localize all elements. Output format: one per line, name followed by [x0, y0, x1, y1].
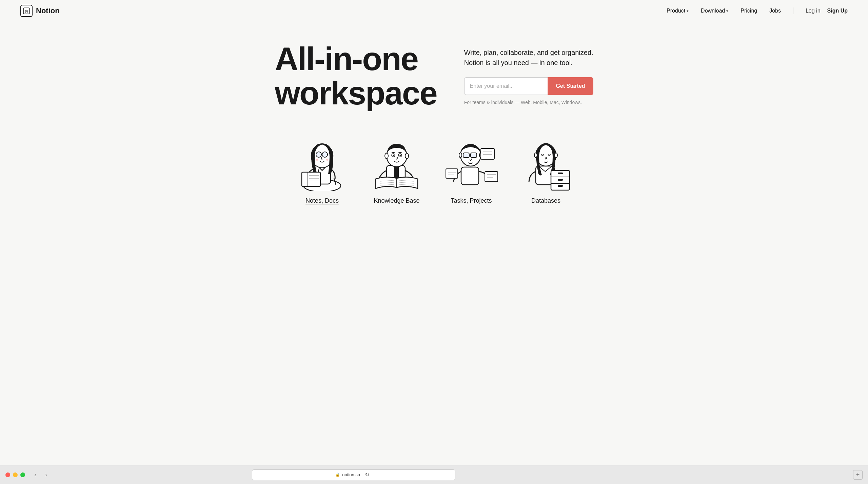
- maximize-button[interactable]: [20, 472, 25, 477]
- nav-pricing[interactable]: Pricing: [741, 8, 757, 14]
- feature-notes-docs[interactable]: Notes, Docs: [285, 131, 359, 204]
- navbar: N Notion Product ▾ Download ▾ Pricing Jo…: [0, 0, 868, 22]
- close-button[interactable]: [5, 472, 10, 477]
- svg-point-22: [385, 153, 388, 159]
- databases-illustration: [515, 131, 576, 192]
- svg-point-23: [405, 153, 409, 159]
- new-tab-button[interactable]: +: [853, 470, 863, 480]
- svg-rect-35: [461, 167, 479, 185]
- feature-label-tasks-projects: Tasks, Projects: [451, 197, 492, 204]
- signup-link[interactable]: Sign Up: [827, 8, 848, 14]
- feature-knowledge-base[interactable]: Knowledge Base: [359, 131, 434, 204]
- svg-rect-42: [481, 148, 494, 159]
- lock-icon: 🔒: [335, 472, 340, 477]
- svg-point-8: [322, 152, 328, 157]
- svg-text:N: N: [25, 8, 28, 14]
- url-text: notion.so: [342, 472, 360, 477]
- hero-cta-form: Get Started: [464, 77, 593, 95]
- svg-point-53: [534, 153, 537, 158]
- reload-button[interactable]: ↻: [362, 470, 372, 480]
- chevron-down-icon: ▾: [726, 9, 728, 13]
- hero-caption: For teams & individuals — Web, Mobile, M…: [464, 100, 593, 105]
- knowledge-base-illustration: [366, 131, 427, 192]
- get-started-button[interactable]: Get Started: [548, 77, 593, 95]
- traffic-lights: [5, 472, 25, 477]
- nav-jobs[interactable]: Jobs: [769, 8, 781, 14]
- svg-rect-58: [558, 173, 563, 174]
- svg-point-7: [316, 152, 321, 157]
- email-input[interactable]: [464, 77, 548, 95]
- svg-point-40: [459, 153, 462, 158]
- feature-label-knowledge-base: Knowledge Base: [374, 197, 419, 204]
- nav-divider: [793, 7, 793, 14]
- tasks-projects-illustration: [441, 131, 502, 192]
- brand-name: Notion: [36, 6, 60, 15]
- nav-auth: Log in Sign Up: [806, 8, 848, 14]
- svg-rect-45: [485, 172, 498, 182]
- svg-rect-48: [446, 169, 458, 178]
- nav-product[interactable]: Product ▾: [667, 8, 689, 14]
- svg-point-54: [555, 153, 557, 158]
- browser-navigation: ‹ ›: [31, 470, 51, 480]
- minimize-button[interactable]: [13, 472, 18, 477]
- login-link[interactable]: Log in: [806, 8, 821, 14]
- svg-point-27: [400, 155, 401, 157]
- nav-download[interactable]: Download ▾: [701, 8, 728, 14]
- svg-point-10: [316, 159, 318, 161]
- svg-rect-37: [463, 153, 469, 158]
- hero-title: All-in-one workspace: [275, 42, 437, 110]
- feature-label-databases: Databases: [531, 197, 560, 204]
- svg-rect-38: [471, 153, 477, 158]
- svg-rect-59: [558, 179, 563, 181]
- notion-logo-icon: N: [20, 5, 33, 17]
- svg-point-11: [326, 159, 328, 161]
- hero-cta-block: Write, plan, collaborate, and get organi…: [464, 47, 593, 105]
- chevron-down-icon: ▾: [687, 9, 689, 13]
- feature-label-notes-docs: Notes, Docs: [305, 197, 339, 204]
- svg-point-26: [393, 155, 395, 157]
- main-page: N Notion Product ▾ Download ▾ Pricing Jo…: [0, 0, 868, 465]
- svg-rect-12: [302, 172, 320, 186]
- features-section: Notes, Docs: [0, 124, 868, 225]
- feature-tasks-projects[interactable]: Tasks, Projects: [434, 131, 509, 204]
- hero-title-block: All-in-one workspace: [275, 42, 437, 110]
- feature-databases[interactable]: Databases: [509, 131, 583, 204]
- hero-subtitle: Write, plan, collaborate, and get organi…: [464, 47, 593, 68]
- svg-rect-60: [558, 185, 563, 187]
- nav-logo[interactable]: N Notion: [20, 5, 60, 17]
- browser-chrome: ‹ › 🔒 notion.so ↻ +: [0, 465, 868, 484]
- forward-button[interactable]: ›: [41, 470, 51, 480]
- nav-links: Product ▾ Download ▾ Pricing Jobs Log in…: [667, 7, 848, 14]
- url-bar[interactable]: 🔒 notion.so ↻: [252, 469, 455, 480]
- back-button[interactable]: ‹: [31, 470, 40, 480]
- notes-docs-illustration: [292, 131, 353, 192]
- hero-section: All-in-one workspace Write, plan, collab…: [0, 22, 868, 124]
